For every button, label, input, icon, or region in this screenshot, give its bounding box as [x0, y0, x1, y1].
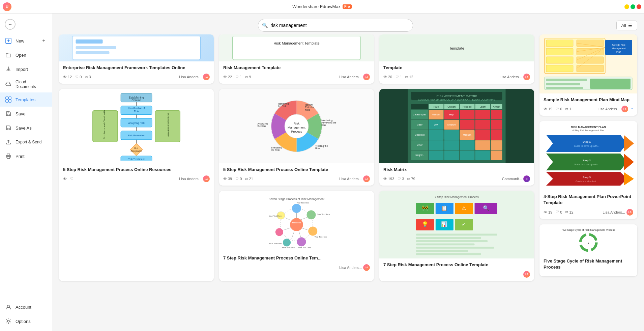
svg-rect-161 [416, 247, 494, 249]
col2: Risk Management Template Risk Management… [219, 34, 374, 281]
close-button[interactable] [637, 4, 641, 9]
save-as-label: Save As [16, 126, 32, 131]
svg-text:Unlikely: Unlikely [447, 106, 456, 108]
svg-text:💡: 💡 [422, 221, 429, 228]
new-add-button[interactable]: + [40, 37, 47, 44]
svg-rect-108 [460, 110, 475, 119]
template-card-sample-plan[interactable]: Sample Risk Management Plan [539, 34, 637, 116]
svg-marker-199 [624, 172, 634, 186]
sidebar-item-export[interactable]: Export & Send [0, 135, 52, 149]
svg-text:Management: Management [288, 126, 305, 129]
svg-text:Headline: Headline [292, 221, 301, 224]
save-as-icon [5, 124, 12, 132]
card-five-stage-title: Five Stage Cycle of Risk Management Proc… [544, 258, 633, 270]
svg-text:Risk Evaluation: Risk Evaluation [128, 134, 145, 137]
sidebar-item-templates[interactable]: Templates [0, 92, 52, 107]
svg-text:✓: ✓ [462, 222, 466, 227]
options-label: Options [16, 319, 31, 324]
content-area: 🔍 All ☰ [52, 13, 644, 331]
svg-text:Five Stage Cycle of Risk Manag: Five Stage Cycle of Risk Management Proc… [562, 228, 615, 231]
card-4step-avatar: LA [626, 209, 633, 216]
card1-likes: ♡ 0 [75, 75, 82, 79]
sidebar: ← New + Open Import Cloud D [0, 13, 52, 331]
sidebar-item-new[interactable]: New + [0, 34, 52, 48]
search-bar-area: 🔍 All ☰ [52, 13, 644, 34]
template-card-4step[interactable]: RISK MANAGEMENT PLAN 4-Step Risk Managem… [539, 121, 637, 219]
card2-meta: 👁22 ♡1 ⧉9 Lisa Anders... LA [223, 74, 370, 80]
window-controls [624, 4, 641, 9]
sidebar-item-options[interactable]: Options [0, 314, 52, 328]
sidebar-item-open[interactable]: Open [0, 48, 52, 62]
template-grid: Enterprise Risk Management Framework Tem… [52, 34, 644, 288]
svg-rect-184 [546, 87, 583, 89]
maximize-button[interactable] [631, 4, 635, 9]
svg-rect-118 [475, 120, 490, 130]
sidebar-item-print[interactable]: Print [0, 149, 52, 163]
svg-text:Low: Low [434, 123, 439, 126]
open-icon [5, 51, 12, 59]
save-icon [5, 110, 12, 117]
svg-text:Tisk Treatment: Tisk Treatment [128, 158, 145, 161]
svg-text:7 Step Risk Management Process: 7 Step Risk Management Process [435, 196, 479, 199]
template-card-partial-3[interactable]: Template Template 👁20 ♡1 ⧉12 Lisa Anders… [379, 34, 534, 84]
card-4step-title: 4-Step Risk Management Plan PowerPoint T… [544, 194, 633, 206]
template-card-risk-matrix[interactable]: RISK ASSESSMENT MATRIX COMMON RISK LIKEL… [379, 89, 534, 186]
svg-point-67 [308, 227, 317, 236]
template-card-5step-process[interactable]: Risk Management Process Identify Potenti… [219, 89, 374, 186]
svg-rect-139 [460, 150, 475, 160]
template-card-partial-2[interactable]: Risk Management Template Risk Management… [219, 34, 374, 84]
views-icon: 👁 [63, 75, 67, 79]
template-card-5step-resources[interactable]: Establishing Context Scrutinize and Chec… [59, 89, 214, 281]
template-card-five-stage[interactable]: Five Stage Cycle of Risk Management Proc… [539, 224, 637, 276]
svg-rect-13 [76, 39, 103, 44]
svg-line-74 [302, 228, 308, 230]
svg-text:Risk: Risk [321, 124, 326, 126]
sidebar-item-account[interactable]: Account [0, 300, 52, 314]
svg-text:Your Text Here: Your Text Here [298, 247, 311, 249]
card3-partial-title: Template [383, 65, 530, 71]
sidebar-back[interactable]: ← [0, 16, 52, 32]
sidebar-item-cloud[interactable]: Cloud Documents [0, 76, 52, 92]
svg-marker-198 [624, 154, 634, 170]
card2-avatar: LA [363, 74, 370, 80]
svg-text:the Risk: the Risk [257, 125, 266, 127]
svg-line-73 [301, 218, 307, 220]
import-icon [5, 65, 12, 73]
template-card-7step-online[interactable]: 7 Step Risk Management Process 🚧 � [379, 191, 534, 281]
svg-rect-141 [491, 150, 502, 160]
card-risk-matrix-title: Risk Matrix [383, 167, 530, 173]
svg-text:⚠: ⚠ [462, 205, 466, 211]
sidebar-item-save[interactable]: Save [0, 107, 52, 121]
minimize-button[interactable] [624, 4, 629, 9]
search-wrapper: 🔍 [258, 19, 413, 32]
svg-text:Risk: Risk [134, 147, 139, 149]
svg-rect-131 [444, 140, 459, 150]
filter-button[interactable]: All ☰ [616, 21, 637, 30]
svg-rect-137 [429, 150, 444, 160]
card1-avatar: LA [203, 74, 210, 80]
template-card-partial-1[interactable]: Enterprise Risk Management Framework Tem… [59, 34, 214, 84]
svg-rect-183 [546, 83, 580, 85]
svg-rect-166 [546, 48, 573, 55]
all-label: All [621, 23, 626, 28]
svg-text:Your Text Here: Your Text Here [269, 243, 282, 245]
svg-rect-168 [546, 65, 573, 72]
sidebar-item-save-as[interactable]: Save As [0, 121, 52, 135]
titlebar-title: Wondershare EdrawMax Pro [292, 4, 352, 9]
svg-text:Template: Template [449, 46, 464, 50]
card1-title: Enterprise Risk Management Framework Tem… [63, 65, 210, 71]
svg-point-66 [306, 211, 316, 220]
card-5step-proc-title: 5 Step Risk Management Process Online Te… [223, 167, 370, 173]
filter-icon: ☰ [628, 23, 632, 28]
svg-line-76 [292, 231, 294, 239]
card2-partial-title: Risk Management Template [223, 65, 370, 71]
account-label: Account [16, 305, 31, 310]
sidebar-item-import[interactable]: Import [0, 62, 52, 76]
svg-text:🔍: 🔍 [483, 205, 490, 212]
template-card-7step[interactable]: Seven Stage Process of Risk Management H… [219, 191, 374, 281]
search-input[interactable] [258, 19, 413, 32]
svg-rect-3 [6, 97, 8, 99]
svg-rect-162 [416, 250, 468, 252]
svg-marker-197 [624, 135, 634, 152]
svg-rect-171 [577, 57, 604, 63]
